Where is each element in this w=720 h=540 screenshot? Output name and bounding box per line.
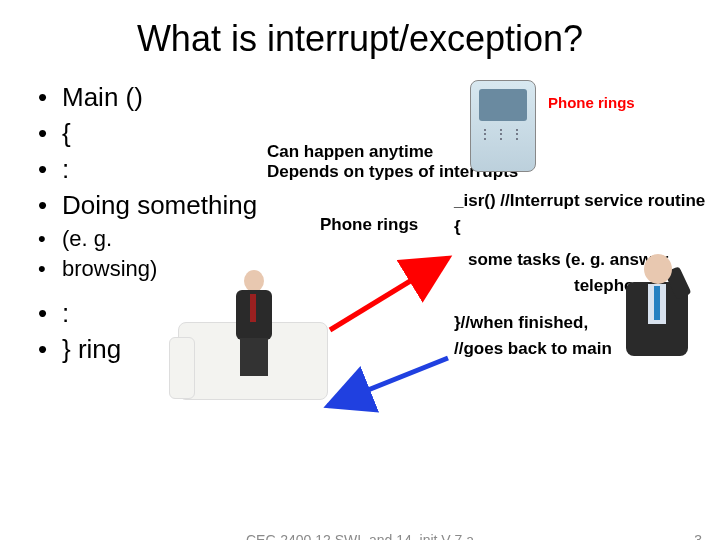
footer-text: CEG 2400 12 SWI, and 14. init V 7 a (246, 532, 474, 540)
phone-rings-label-center: Phone rings (320, 215, 418, 235)
bullet-open-brace: { (62, 116, 71, 152)
man-on-sofa-image (178, 250, 338, 400)
slide-title: What is interrupt/exception? (0, 0, 720, 80)
cellphone-icon (470, 80, 536, 172)
bullet-browsing: browsing) (62, 254, 157, 284)
arrow-back-to-main (328, 358, 448, 406)
man-on-phone-image (614, 248, 704, 368)
bullet-colon-2: : (62, 296, 69, 332)
slide-content: •Main () •{ •: •Doing something •(e. g. … (0, 80, 720, 520)
arrow-to-isr (330, 258, 448, 330)
phone-rings-label-top: Phone rings (548, 94, 635, 111)
bullet-close-brace: } ring (62, 332, 121, 368)
bullet-colon-1: : (62, 152, 69, 188)
isr-line1: _isr() //Interrupt service routine (454, 188, 714, 214)
bullet-eg: (e. g. (62, 224, 112, 254)
bullet-main: Main () (62, 80, 143, 116)
isr-line2: { (454, 214, 714, 240)
bullet-doing: Doing something (62, 188, 257, 224)
page-number: 3 (694, 532, 702, 540)
